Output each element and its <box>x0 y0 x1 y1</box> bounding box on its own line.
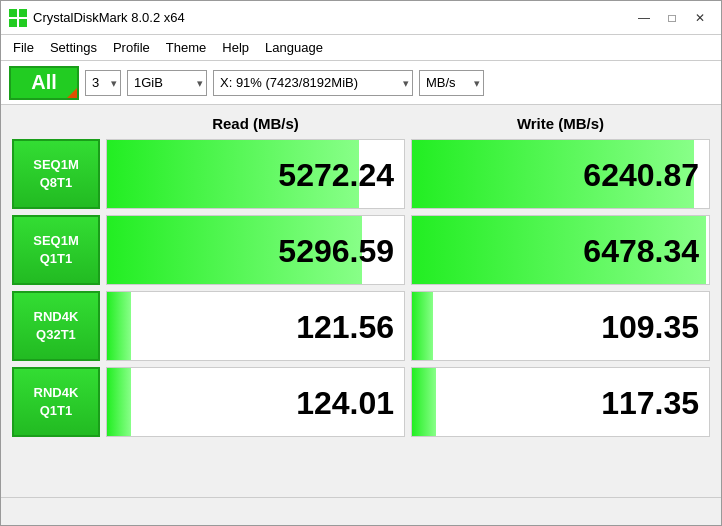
table-row: RND4K Q32T1121.56109.35 <box>9 288 713 364</box>
header-label-col <box>9 111 103 136</box>
all-button[interactable]: All <box>9 66 79 100</box>
write-value: 109.35 <box>412 292 709 361</box>
write-cell: 117.35 <box>411 367 710 437</box>
write-value-cell: 6240.87 <box>408 136 713 212</box>
drive-select[interactable]: X: 91% (7423/8192MiB) <box>213 70 413 96</box>
menu-help[interactable]: Help <box>214 38 257 57</box>
loops-dropdown-wrapper: 3 1 5 <box>85 70 121 96</box>
menu-language[interactable]: Language <box>257 38 331 57</box>
size-select[interactable]: 1GiB 512MiB 2GiB <box>127 70 207 96</box>
read-value: 124.01 <box>107 368 404 437</box>
svg-rect-2 <box>9 19 17 27</box>
main-window: CrystalDiskMark 8.0.2 x64 — □ ✕ File Set… <box>0 0 722 526</box>
menu-profile[interactable]: Profile <box>105 38 158 57</box>
menu-bar: File Settings Profile Theme Help Languag… <box>1 35 721 61</box>
read-value-cell: 5272.24 <box>103 136 408 212</box>
read-cell: 124.01 <box>106 367 405 437</box>
read-value: 5272.24 <box>107 140 404 209</box>
unit-select[interactable]: MB/s GB/s IOPS <box>419 70 484 96</box>
window-title: CrystalDiskMark 8.0.2 x64 <box>33 10 185 25</box>
write-value-cell: 117.35 <box>408 364 713 440</box>
table-row: SEQ1M Q8T15272.246240.87 <box>9 136 713 212</box>
row-label: SEQ1M Q1T1 <box>12 215 100 285</box>
row-label-cell: RND4K Q1T1 <box>9 364 103 440</box>
header-write-col: Write (MB/s) <box>408 111 713 136</box>
svg-rect-1 <box>19 9 27 17</box>
app-icon <box>9 9 27 27</box>
menu-file[interactable]: File <box>5 38 42 57</box>
svg-rect-3 <box>19 19 27 27</box>
menu-settings[interactable]: Settings <box>42 38 105 57</box>
size-dropdown-wrapper: 1GiB 512MiB 2GiB <box>127 70 207 96</box>
benchmark-table: Read (MB/s) Write (MB/s) SEQ1M Q8T15272.… <box>9 111 713 440</box>
read-cell: 5296.59 <box>106 215 405 285</box>
table-row: SEQ1M Q1T15296.596478.34 <box>9 212 713 288</box>
status-bar <box>1 497 721 525</box>
write-cell: 109.35 <box>411 291 710 361</box>
read-value-cell: 124.01 <box>103 364 408 440</box>
write-value: 6240.87 <box>412 140 709 209</box>
loops-select[interactable]: 3 1 5 <box>85 70 121 96</box>
minimize-button[interactable]: — <box>631 7 657 29</box>
close-button[interactable]: ✕ <box>687 7 713 29</box>
row-label-cell: RND4K Q32T1 <box>9 288 103 364</box>
read-value-cell: 121.56 <box>103 288 408 364</box>
read-value: 121.56 <box>107 292 404 361</box>
write-cell: 6478.34 <box>411 215 710 285</box>
row-label: SEQ1M Q8T1 <box>12 139 100 209</box>
write-value-cell: 6478.34 <box>408 212 713 288</box>
title-bar-controls: — □ ✕ <box>631 7 713 29</box>
row-label: RND4K Q32T1 <box>12 291 100 361</box>
drive-dropdown-wrapper: X: 91% (7423/8192MiB) <box>213 70 413 96</box>
write-value: 117.35 <box>412 368 709 437</box>
write-value: 6478.34 <box>412 216 709 285</box>
menu-theme[interactable]: Theme <box>158 38 214 57</box>
maximize-button[interactable]: □ <box>659 7 685 29</box>
write-value-cell: 109.35 <box>408 288 713 364</box>
header-read-col: Read (MB/s) <box>103 111 408 136</box>
title-bar-left: CrystalDiskMark 8.0.2 x64 <box>9 9 185 27</box>
read-value-cell: 5296.59 <box>103 212 408 288</box>
read-cell: 5272.24 <box>106 139 405 209</box>
row-label: RND4K Q1T1 <box>12 367 100 437</box>
read-cell: 121.56 <box>106 291 405 361</box>
read-value: 5296.59 <box>107 216 404 285</box>
write-cell: 6240.87 <box>411 139 710 209</box>
main-content: Read (MB/s) Write (MB/s) SEQ1M Q8T15272.… <box>1 105 721 497</box>
row-label-cell: SEQ1M Q1T1 <box>9 212 103 288</box>
table-header-row: Read (MB/s) Write (MB/s) <box>9 111 713 136</box>
title-bar: CrystalDiskMark 8.0.2 x64 — □ ✕ <box>1 1 721 35</box>
svg-rect-0 <box>9 9 17 17</box>
table-row: RND4K Q1T1124.01117.35 <box>9 364 713 440</box>
toolbar: All 3 1 5 1GiB 512MiB 2GiB X: 91% (7423/… <box>1 61 721 105</box>
unit-dropdown-wrapper: MB/s GB/s IOPS <box>419 70 484 96</box>
row-label-cell: SEQ1M Q8T1 <box>9 136 103 212</box>
